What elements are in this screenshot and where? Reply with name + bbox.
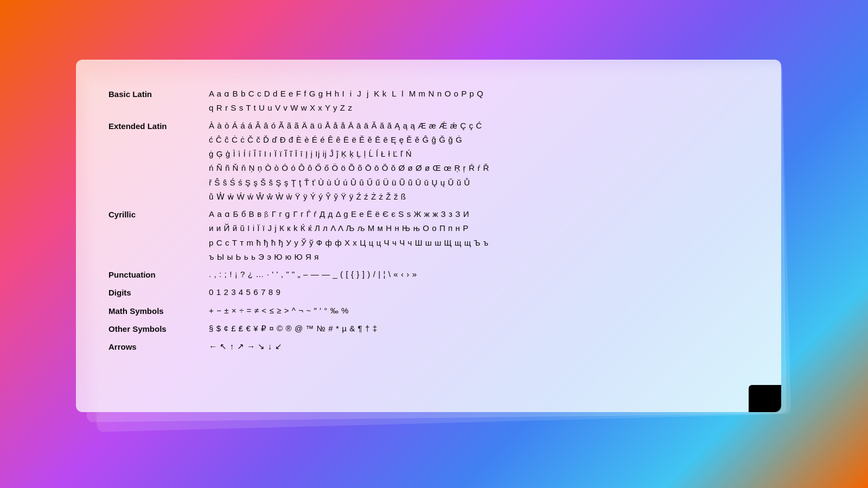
- glyph-chars: . , : ; ! ¡ ? ¿ … · ' ' , " " „ – — — _ …: [209, 267, 749, 281]
- glyph-chars: ← ↖ ↑ ↗ → ↘ ↓ ↙: [209, 339, 749, 354]
- glyph-row: Extended LatinÀ à ò Á á á Â â ó Ã ã ã Ä …: [108, 119, 749, 204]
- glyph-chars: 0 1 2 3 4 5 6 7 8 9: [209, 285, 749, 299]
- glyph-section-label: Math Symbols: [108, 304, 209, 318]
- glyph-section-label: Cyrillic: [108, 207, 209, 222]
- glyph-row: Digits0 1 2 3 4 5 6 7 8 9: [108, 285, 749, 300]
- glyph-chars: A a ɑ B b C c D d E e F f G g H h I i J …: [209, 87, 749, 115]
- corner-notch: [749, 385, 781, 412]
- glyph-chars: À à ò Á á á Â â ó Ã ã ã Ä ä ü Å å å Ā ā …: [209, 119, 749, 204]
- glyph-section-label: Extended Latin: [108, 119, 209, 133]
- glyph-chars: § $ ¢ £ ₤ € ¥ ₽ ¤ © ® @ ™ № # * µ & ¶ † …: [209, 322, 749, 336]
- glyph-section-label: Other Symbols: [108, 322, 209, 336]
- glyph-row: Other Symbols§ $ ¢ £ ₤ € ¥ ₽ ¤ © ® @ ™ №…: [108, 322, 749, 336]
- glyph-row: Punctuation. , : ; ! ¡ ? ¿ … · ' ' , " "…: [108, 267, 749, 282]
- glyph-section-label: Digits: [108, 285, 209, 300]
- glyph-chars: + − ± × ÷ = ≠ < ≤ ≥ > ^ ¬ ~ ″ ′ ° ‰ %: [209, 304, 749, 318]
- glyph-row: CyrillicА а ɑ Б б В в ꞵ Г г ɡ Г г Ѓ ѓ Д …: [108, 207, 749, 264]
- glyph-row: Basic LatinA a ɑ B b C c D d E e F f G g…: [108, 87, 749, 115]
- card-stack: Basic LatinA a ɑ B b C c D d E e F f G g…: [76, 60, 792, 428]
- glyph-section-label: Basic Latin: [108, 87, 209, 101]
- glyph-row: Arrows← ↖ ↑ ↗ → ↘ ↓ ↙: [108, 339, 749, 354]
- glyph-section-label: Punctuation: [108, 267, 209, 282]
- glyph-section-label: Arrows: [108, 339, 209, 354]
- glyph-row: Math Symbols+ − ± × ÷ = ≠ < ≤ ≥ > ^ ¬ ~ …: [108, 304, 749, 318]
- glyph-chars: А а ɑ Б б В в ꞵ Г г ɡ Г г Ѓ ѓ Д д Δ g Е …: [209, 207, 749, 264]
- glyph-table: Basic LatinA a ɑ B b C c D d E e F f G g…: [108, 87, 749, 354]
- main-card: Basic LatinA a ɑ B b C c D d E e F f G g…: [76, 60, 781, 412]
